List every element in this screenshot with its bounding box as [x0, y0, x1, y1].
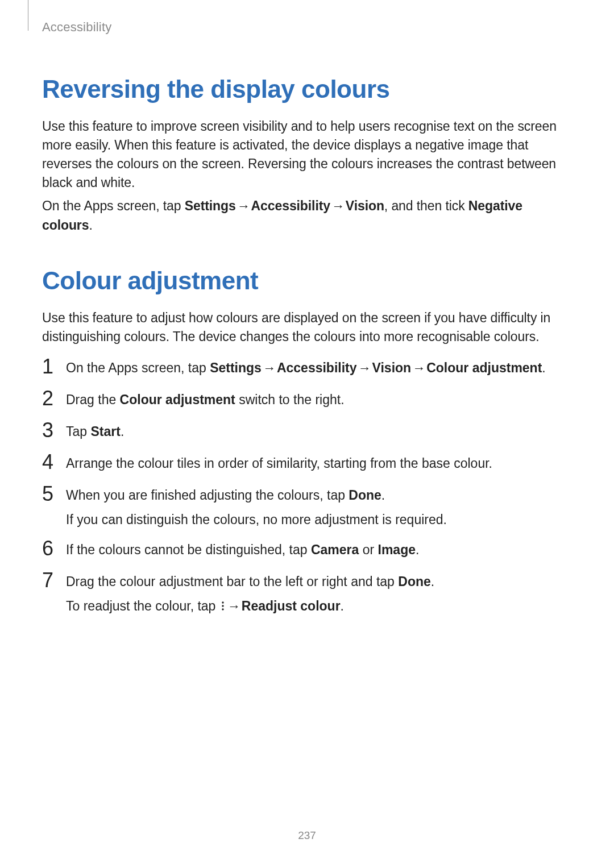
page-content: Reversing the display colours Use this f…	[42, 18, 572, 617]
text: , and then tick	[384, 198, 468, 213]
section-colour-adjustment: Colour adjustment Use this feature to ad…	[42, 267, 572, 617]
svg-point-0	[222, 602, 223, 604]
text: .	[431, 574, 434, 589]
text: switch to the right.	[235, 392, 345, 407]
step-7: 7 Drag the colour adjustment bar to the …	[42, 572, 572, 617]
bold-colour-adjustment: Colour adjustment	[120, 392, 235, 407]
bold-image: Image	[378, 542, 416, 557]
arrow-icon: →	[226, 597, 242, 616]
section2-paragraph1: Use this feature to adjust how colours a…	[42, 309, 572, 346]
text: On the Apps screen, tap	[42, 198, 185, 213]
bold-readjust-colour: Readjust colour	[242, 599, 341, 613]
arrow-icon: →	[262, 359, 277, 377]
step-body: If the colours cannot be distinguished, …	[66, 541, 572, 559]
bold-accessibility: Accessibility	[251, 198, 330, 213]
header-divider	[28, 0, 28, 31]
step-number: 3	[42, 420, 56, 441]
step-subline: If you can distinguish the colours, no m…	[66, 510, 572, 529]
text: or	[359, 542, 377, 557]
step-body: When you are finished adjusting the colo…	[66, 486, 572, 529]
svg-point-1	[222, 605, 223, 607]
text: .	[542, 360, 545, 375]
step-body: Tap Start.	[66, 422, 572, 441]
step-1: 1 On the Apps screen, tap Settings → Acc…	[42, 359, 572, 379]
text: On the Apps screen, tap	[66, 360, 210, 375]
section1-paragraph1: Use this feature to improve screen visib…	[42, 117, 572, 192]
step-3: 3 Tap Start.	[42, 422, 572, 443]
step-2: 2 Drag the Colour adjustment switch to t…	[42, 391, 572, 411]
section1-paragraph2: On the Apps screen, tap Settings → Acces…	[42, 197, 572, 234]
text: .	[416, 542, 419, 557]
step-subline: To readjust the colour, tap → Readjust c…	[66, 597, 572, 617]
bold-vision: Vision	[346, 198, 384, 213]
bold-settings: Settings	[210, 360, 262, 375]
step-4: 4 Arrange the colour tiles in order of s…	[42, 454, 572, 475]
step-number: 5	[42, 484, 56, 504]
step-body: Arrange the colour tiles in order of sim…	[66, 454, 572, 473]
step-body: Drag the Colour adjustment switch to the…	[66, 391, 572, 409]
page-number: 237	[0, 829, 614, 842]
text: Drag the	[66, 392, 120, 407]
bold-accessibility: Accessibility	[277, 360, 357, 375]
step-number: 6	[42, 538, 56, 559]
text: .	[381, 488, 385, 502]
step-number: 1	[42, 356, 56, 377]
step-body: Drag the colour adjustment bar to the le…	[66, 572, 572, 617]
section-title-reversing: Reversing the display colours	[42, 75, 572, 103]
svg-point-2	[222, 609, 223, 610]
step-number: 7	[42, 570, 56, 591]
bold-done: Done	[398, 574, 431, 589]
step-number: 4	[42, 452, 56, 472]
bold-done: Done	[349, 488, 381, 502]
step-number: 2	[42, 388, 56, 409]
arrow-icon: →	[357, 359, 372, 377]
arrow-icon: →	[330, 197, 346, 215]
text: To readjust the colour, tap	[66, 599, 219, 613]
text: Tap	[66, 424, 90, 439]
text: .	[121, 424, 124, 439]
step-6: 6 If the colours cannot be distinguished…	[42, 541, 572, 561]
text: .	[341, 599, 344, 613]
text: If the colours cannot be distinguished, …	[66, 542, 311, 557]
arrow-icon: →	[236, 197, 251, 215]
text: Drag the colour adjustment bar to the le…	[66, 574, 398, 589]
page: Accessibility Reversing the display colo…	[0, 0, 614, 868]
text: When you are finished adjusting the colo…	[66, 488, 349, 502]
bold-colour-adjustment: Colour adjustment	[426, 360, 542, 375]
text: .	[89, 218, 92, 232]
step-5: 5 When you are finished adjusting the co…	[42, 486, 572, 529]
step-body: On the Apps screen, tap Settings → Acces…	[66, 359, 572, 377]
running-head: Accessibility	[42, 20, 111, 35]
bold-vision: Vision	[372, 360, 412, 375]
arrow-icon: →	[411, 359, 426, 377]
bold-settings: Settings	[185, 198, 236, 213]
bold-start: Start	[90, 424, 120, 439]
section-title-colour-adjustment: Colour adjustment	[42, 267, 572, 295]
bold-camera: Camera	[311, 542, 359, 557]
more-options-icon	[221, 598, 225, 617]
steps-list: 1 On the Apps screen, tap Settings → Acc…	[42, 359, 572, 617]
